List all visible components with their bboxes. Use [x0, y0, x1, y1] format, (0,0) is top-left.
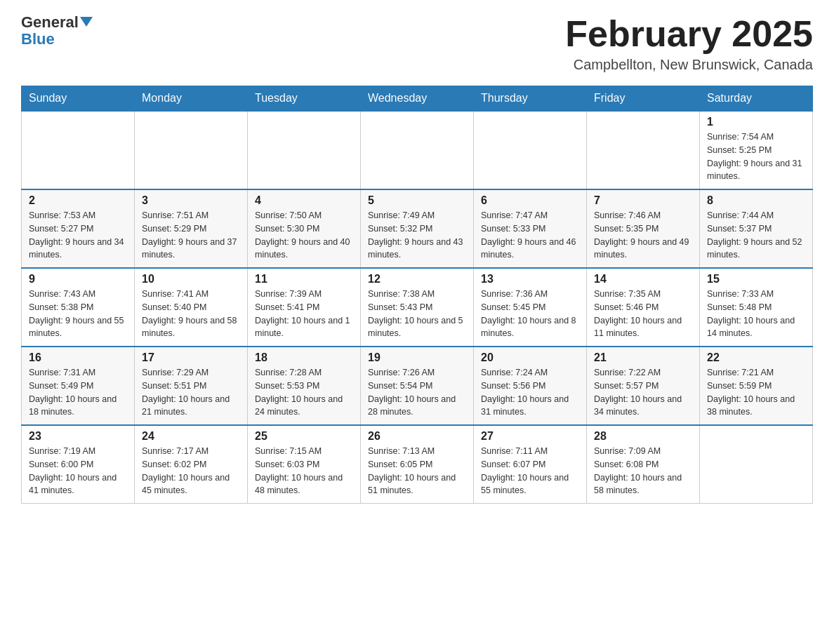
day-number: 23 [29, 430, 127, 443]
day-info: Sunrise: 7:54 AMSunset: 5:25 PMDaylight:… [707, 130, 805, 183]
calendar-header: Sunday Monday Tuesday Wednesday Thursday… [22, 86, 813, 112]
header-monday: Monday [135, 86, 248, 112]
table-row [587, 111, 700, 189]
table-row: 28Sunrise: 7:09 AMSunset: 6:08 PMDayligh… [587, 425, 700, 504]
table-row: 15Sunrise: 7:33 AMSunset: 5:48 PMDayligh… [700, 268, 813, 347]
table-row: 23Sunrise: 7:19 AMSunset: 6:00 PMDayligh… [22, 425, 135, 504]
day-info: Sunrise: 7:24 AMSunset: 5:56 PMDaylight:… [481, 366, 579, 419]
table-row: 13Sunrise: 7:36 AMSunset: 5:45 PMDayligh… [474, 268, 587, 347]
table-row: 1Sunrise: 7:54 AMSunset: 5:25 PMDaylight… [700, 111, 813, 189]
calendar-week-row: 1Sunrise: 7:54 AMSunset: 5:25 PMDaylight… [22, 111, 813, 189]
table-row: 24Sunrise: 7:17 AMSunset: 6:02 PMDayligh… [135, 425, 248, 504]
day-number: 4 [255, 194, 353, 207]
table-row: 27Sunrise: 7:11 AMSunset: 6:07 PMDayligh… [474, 425, 587, 504]
logo-triangle-icon [80, 17, 93, 27]
header-thursday: Thursday [474, 86, 587, 112]
day-info: Sunrise: 7:19 AMSunset: 6:00 PMDaylight:… [29, 445, 127, 497]
table-row [700, 425, 813, 504]
day-number: 19 [368, 351, 466, 364]
day-number: 22 [707, 351, 805, 364]
calendar-header-row: Sunday Monday Tuesday Wednesday Thursday… [22, 86, 813, 112]
day-info: Sunrise: 7:11 AMSunset: 6:07 PMDaylight:… [481, 445, 579, 497]
logo: GeneralBlue [21, 14, 93, 48]
day-number: 20 [481, 351, 579, 364]
day-number: 11 [255, 273, 353, 286]
day-number: 5 [368, 194, 466, 207]
day-number: 9 [29, 273, 127, 286]
day-number: 18 [255, 351, 353, 364]
day-number: 16 [29, 351, 127, 364]
day-info: Sunrise: 7:50 AMSunset: 5:30 PMDaylight:… [255, 209, 353, 262]
day-info: Sunrise: 7:29 AMSunset: 5:51 PMDaylight:… [142, 366, 240, 419]
logo-text: GeneralBlue [21, 14, 93, 48]
table-row: 26Sunrise: 7:13 AMSunset: 6:05 PMDayligh… [361, 425, 474, 504]
day-info: Sunrise: 7:33 AMSunset: 5:48 PMDaylight:… [707, 288, 805, 340]
day-info: Sunrise: 7:47 AMSunset: 5:33 PMDaylight:… [481, 209, 579, 262]
table-row: 11Sunrise: 7:39 AMSunset: 5:41 PMDayligh… [248, 268, 361, 347]
calendar-table: Sunday Monday Tuesday Wednesday Thursday… [21, 86, 813, 504]
table-row [474, 111, 587, 189]
table-row: 20Sunrise: 7:24 AMSunset: 5:56 PMDayligh… [474, 347, 587, 425]
day-number: 8 [707, 194, 805, 207]
day-number: 1 [707, 116, 805, 128]
header-friday: Friday [587, 86, 700, 112]
day-number: 24 [142, 430, 240, 443]
logo-blue-text: Blue [21, 30, 55, 48]
day-info: Sunrise: 7:46 AMSunset: 5:35 PMDaylight:… [594, 209, 692, 262]
month-title: February 2025 [565, 14, 813, 54]
day-number: 17 [142, 351, 240, 364]
day-number: 13 [481, 273, 579, 286]
table-row: 4Sunrise: 7:50 AMSunset: 5:30 PMDaylight… [248, 189, 361, 268]
day-info: Sunrise: 7:36 AMSunset: 5:45 PMDaylight:… [481, 288, 579, 340]
day-number: 6 [481, 194, 579, 207]
day-info: Sunrise: 7:28 AMSunset: 5:53 PMDaylight:… [255, 366, 353, 419]
day-number: 27 [481, 430, 579, 443]
location-text: Campbellton, New Brunswick, Canada [565, 57, 813, 73]
day-number: 2 [29, 194, 127, 207]
page-header: GeneralBlue February 2025 Campbellton, N… [21, 14, 813, 73]
calendar-week-row: 23Sunrise: 7:19 AMSunset: 6:00 PMDayligh… [22, 425, 813, 504]
day-number: 15 [707, 273, 805, 286]
day-number: 28 [594, 430, 692, 443]
calendar-week-row: 2Sunrise: 7:53 AMSunset: 5:27 PMDaylight… [22, 189, 813, 268]
day-info: Sunrise: 7:53 AMSunset: 5:27 PMDaylight:… [29, 209, 127, 262]
table-row: 22Sunrise: 7:21 AMSunset: 5:59 PMDayligh… [700, 347, 813, 425]
table-row: 18Sunrise: 7:28 AMSunset: 5:53 PMDayligh… [248, 347, 361, 425]
table-row: 25Sunrise: 7:15 AMSunset: 6:03 PMDayligh… [248, 425, 361, 504]
table-row: 14Sunrise: 7:35 AMSunset: 5:46 PMDayligh… [587, 268, 700, 347]
day-info: Sunrise: 7:21 AMSunset: 5:59 PMDaylight:… [707, 366, 805, 419]
calendar-week-row: 16Sunrise: 7:31 AMSunset: 5:49 PMDayligh… [22, 347, 813, 425]
table-row: 6Sunrise: 7:47 AMSunset: 5:33 PMDaylight… [474, 189, 587, 268]
header-saturday: Saturday [700, 86, 813, 112]
day-info: Sunrise: 7:09 AMSunset: 6:08 PMDaylight:… [594, 445, 692, 497]
table-row [248, 111, 361, 189]
calendar-body: 1Sunrise: 7:54 AMSunset: 5:25 PMDaylight… [22, 111, 813, 504]
day-number: 3 [142, 194, 240, 207]
day-info: Sunrise: 7:39 AMSunset: 5:41 PMDaylight:… [255, 288, 353, 340]
day-info: Sunrise: 7:31 AMSunset: 5:49 PMDaylight:… [29, 366, 127, 419]
table-row [22, 111, 135, 189]
table-row: 2Sunrise: 7:53 AMSunset: 5:27 PMDaylight… [22, 189, 135, 268]
day-number: 26 [368, 430, 466, 443]
day-info: Sunrise: 7:49 AMSunset: 5:32 PMDaylight:… [368, 209, 466, 262]
title-section: February 2025 Campbellton, New Brunswick… [565, 14, 813, 73]
day-number: 14 [594, 273, 692, 286]
day-number: 12 [368, 273, 466, 286]
day-number: 7 [594, 194, 692, 207]
day-info: Sunrise: 7:26 AMSunset: 5:54 PMDaylight:… [368, 366, 466, 419]
day-number: 25 [255, 430, 353, 443]
day-number: 21 [594, 351, 692, 364]
day-info: Sunrise: 7:22 AMSunset: 5:57 PMDaylight:… [594, 366, 692, 419]
table-row: 19Sunrise: 7:26 AMSunset: 5:54 PMDayligh… [361, 347, 474, 425]
table-row: 5Sunrise: 7:49 AMSunset: 5:32 PMDaylight… [361, 189, 474, 268]
day-info: Sunrise: 7:15 AMSunset: 6:03 PMDaylight:… [255, 445, 353, 497]
header-wednesday: Wednesday [361, 86, 474, 112]
table-row: 9Sunrise: 7:43 AMSunset: 5:38 PMDaylight… [22, 268, 135, 347]
table-row [135, 111, 248, 189]
table-row: 16Sunrise: 7:31 AMSunset: 5:49 PMDayligh… [22, 347, 135, 425]
calendar-week-row: 9Sunrise: 7:43 AMSunset: 5:38 PMDaylight… [22, 268, 813, 347]
day-info: Sunrise: 7:13 AMSunset: 6:05 PMDaylight:… [368, 445, 466, 497]
header-sunday: Sunday [22, 86, 135, 112]
day-info: Sunrise: 7:38 AMSunset: 5:43 PMDaylight:… [368, 288, 466, 340]
day-info: Sunrise: 7:44 AMSunset: 5:37 PMDaylight:… [707, 209, 805, 262]
